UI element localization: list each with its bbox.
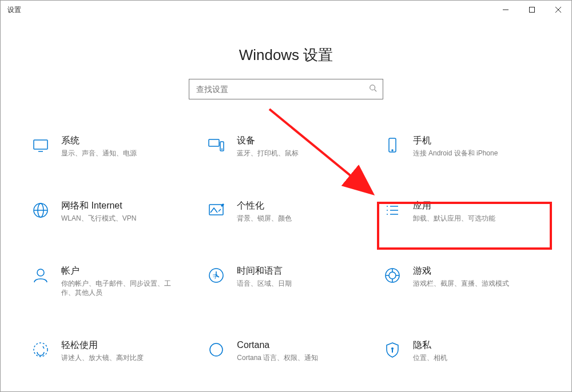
category-desc: 连接 Android 设备和 iPhone [413, 149, 498, 158]
category-title: 轻松使用 [61, 339, 144, 351]
svg-rect-8 [209, 139, 219, 146]
category-time[interactable]: 字时间和语言语音、区域、日期 [204, 262, 368, 301]
category-text: 轻松使用讲述人、放大镜、高对比度 [61, 339, 144, 362]
svg-point-23 [37, 269, 44, 276]
ease-icon [30, 339, 51, 360]
minimize-icon [503, 7, 509, 13]
category-personalization[interactable]: 个性化背景、锁屏、颜色 [204, 197, 368, 226]
category-privacy[interactable]: 隐私位置、相机 [380, 336, 544, 366]
category-title: 网络和 Internet [61, 200, 136, 211]
gaming-icon [382, 265, 403, 286]
maximize-button[interactable] [519, 1, 545, 19]
svg-rect-31 [392, 350, 393, 353]
category-cortana[interactable]: CortanaCortana 语言、权限、通知 [204, 336, 368, 366]
category-apps[interactable]: 应用卸载、默认应用、可选功能 [380, 197, 544, 226]
category-title: 帐户 [61, 265, 181, 277]
category-desc: WLAN、飞行模式、VPN [61, 214, 136, 223]
category-desc: Cortana 语言、权限、通知 [237, 353, 318, 362]
apps-icon [382, 200, 403, 221]
settings-window: 设置 Windows 设置 系统显示、声音、通知、电源设备蓝牙、打印机、鼠标手机… [0, 0, 572, 392]
category-text: 应用卸载、默认应用、可选功能 [413, 200, 495, 223]
search-icon [369, 84, 377, 94]
close-button[interactable] [545, 1, 571, 19]
svg-rect-6 [34, 140, 47, 149]
category-title: 时间和语言 [237, 265, 292, 277]
category-desc: 卸载、默认应用、可选功能 [413, 214, 495, 223]
category-text: 时间和语言语音、区域、日期 [237, 265, 292, 288]
category-accounts[interactable]: 帐户你的帐户、电子邮件、同步设置、工作、其他人员 [28, 262, 192, 301]
category-title: 隐私 [413, 339, 447, 351]
search-container [1, 79, 571, 99]
category-gaming[interactable]: 游戏游戏栏、截屏、直播、游戏模式 [380, 262, 544, 301]
category-phone[interactable]: 手机连接 Android 设备和 iPhone [380, 131, 544, 161]
window-title: 设置 [7, 5, 21, 15]
category-text: 手机连接 Android 设备和 iPhone [413, 135, 498, 158]
accounts-icon [30, 265, 51, 286]
cortana-icon [206, 339, 227, 360]
category-title: 个性化 [237, 200, 292, 211]
category-system[interactable]: 系统显示、声音、通知、电源 [28, 131, 192, 161]
close-icon [555, 7, 561, 13]
personalization-icon [206, 200, 227, 221]
category-text: 个性化背景、锁屏、颜色 [237, 200, 292, 223]
devices-icon [206, 135, 227, 155]
svg-point-30 [391, 347, 394, 350]
category-text: 帐户你的帐户、电子邮件、同步设置、工作、其他人员 [61, 265, 181, 297]
svg-point-27 [389, 272, 396, 279]
category-grid: 系统显示、声音、通知、电源设备蓝牙、打印机、鼠标手机连接 Android 设备和… [28, 131, 544, 366]
time-icon: 字 [206, 265, 227, 286]
category-text: 隐私位置、相机 [413, 339, 447, 362]
search-box[interactable] [189, 79, 383, 99]
svg-point-12 [392, 150, 393, 151]
category-text: 游戏游戏栏、截屏、直播、游戏模式 [413, 265, 509, 288]
svg-line-5 [375, 90, 377, 92]
category-title: Cortana [237, 339, 318, 351]
privacy-icon [382, 339, 403, 360]
svg-point-10 [222, 149, 223, 150]
category-desc: 讲述人、放大镜、高对比度 [61, 353, 144, 362]
category-title: 游戏 [413, 265, 509, 277]
maximize-icon [529, 7, 535, 13]
category-desc: 游戏栏、截屏、直播、游戏模式 [413, 279, 509, 288]
category-network[interactable]: 网络和 InternetWLAN、飞行模式、VPN [28, 197, 192, 226]
category-title: 设备 [237, 135, 299, 146]
svg-point-4 [370, 85, 375, 90]
svg-point-29 [210, 343, 223, 356]
category-text: 设备蓝牙、打印机、鼠标 [237, 135, 299, 158]
search-input[interactable] [189, 79, 383, 99]
category-ease[interactable]: 轻松使用讲述人、放大镜、高对比度 [28, 336, 192, 366]
svg-point-28 [34, 343, 47, 357]
phone-icon [382, 135, 403, 155]
category-desc: 蓝牙、打印机、鼠标 [237, 149, 299, 158]
category-desc: 语音、区域、日期 [237, 279, 292, 288]
category-text: CortanaCortana 语言、权限、通知 [237, 339, 318, 362]
svg-text:字: 字 [213, 274, 218, 279]
category-text: 系统显示、声音、通知、电源 [61, 135, 137, 158]
network-icon [30, 200, 51, 221]
category-title: 系统 [61, 135, 137, 146]
category-devices[interactable]: 设备蓝牙、打印机、鼠标 [204, 131, 368, 161]
category-text: 网络和 InternetWLAN、飞行模式、VPN [61, 200, 136, 223]
system-icon [30, 135, 51, 155]
svg-rect-1 [530, 7, 535, 13]
category-desc: 显示、声音、通知、电源 [61, 149, 137, 158]
svg-rect-16 [209, 205, 223, 215]
title-bar: 设置 [1, 1, 571, 19]
page-heading: Windows 设置 [1, 45, 571, 65]
minimize-button[interactable] [492, 1, 519, 19]
category-desc: 背景、锁屏、颜色 [237, 214, 292, 223]
category-desc: 位置、相机 [413, 353, 447, 362]
category-title: 手机 [413, 135, 498, 146]
category-title: 应用 [413, 200, 495, 211]
window-controls [492, 1, 571, 19]
category-desc: 你的帐户、电子邮件、同步设置、工作、其他人员 [61, 279, 181, 297]
